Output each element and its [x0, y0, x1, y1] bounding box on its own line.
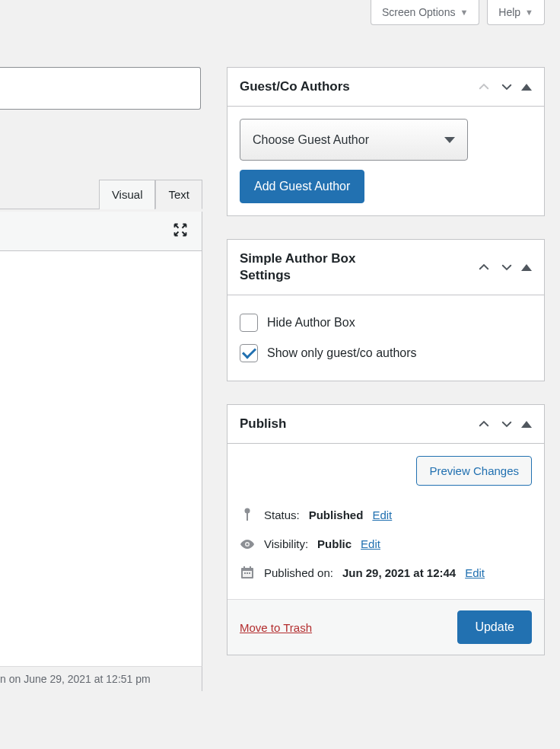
status-value: Published	[309, 508, 364, 521]
svg-rect-10	[249, 572, 250, 574]
help-label: Help	[498, 6, 520, 18]
metabox-title: Guest/Co Authors	[240, 78, 350, 95]
svg-point-0	[245, 508, 250, 514]
eye-icon	[240, 539, 255, 550]
fullscreen-icon[interactable]	[173, 222, 188, 241]
caret-down-icon: ▼	[525, 8, 533, 17]
metabox-publish: Publish Preview Changes Status: Publishe…	[227, 404, 545, 655]
hide-author-box-checkbox[interactable]	[240, 314, 258, 332]
screen-options-label: Screen Options	[382, 6, 456, 18]
published-on-value: Jun 29, 2021 at 12:44	[342, 566, 456, 579]
status-label: Status:	[264, 508, 300, 521]
preview-changes-button[interactable]: Preview Changes	[416, 456, 532, 486]
editor-body[interactable]	[0, 251, 202, 666]
metabox-title: Simple Author Box Settings	[240, 250, 407, 284]
tab-text[interactable]: Text	[155, 180, 202, 209]
calendar-icon	[240, 566, 255, 579]
caret-down-icon: ▼	[460, 8, 468, 17]
screen-options-button[interactable]: Screen Options ▼	[371, 0, 479, 25]
show-only-guests-label: Show only guest/co authors	[267, 346, 417, 360]
move-down-icon[interactable]	[498, 78, 515, 95]
edit-visibility-link[interactable]: Edit	[361, 537, 380, 550]
toggle-panel-icon[interactable]	[521, 84, 532, 91]
visibility-label: Visibility:	[264, 537, 308, 550]
published-on-label: Published on:	[264, 566, 333, 579]
hide-author-box-label: Hide Author Box	[267, 316, 355, 330]
show-only-guests-checkbox[interactable]	[240, 344, 258, 362]
move-up-icon[interactable]	[476, 259, 492, 276]
metabox-sab-settings: Simple Author Box Settings Hide Author B…	[227, 239, 545, 381]
svg-rect-7	[250, 566, 251, 569]
svg-rect-1	[247, 513, 248, 521]
tab-visual[interactable]: Visual	[99, 180, 156, 209]
metabox-guest-authors: Guest/Co Authors Choose Guest Author Add…	[227, 67, 545, 216]
svg-rect-9	[247, 572, 248, 574]
toggle-panel-icon[interactable]	[521, 421, 532, 428]
guest-author-select[interactable]: Choose Guest Author	[240, 119, 468, 161]
move-to-trash-link[interactable]: Move to Trash	[240, 621, 312, 634]
move-up-icon[interactable]	[476, 78, 492, 95]
select-placeholder: Choose Guest Author	[253, 133, 369, 147]
last-edited-text: n on June 29, 2021 at 12:51 pm	[0, 666, 202, 691]
svg-rect-8	[244, 572, 246, 574]
move-down-icon[interactable]	[498, 259, 515, 276]
metabox-title: Publish	[240, 416, 286, 432]
editor-tabs: Visual Text	[0, 179, 202, 209]
editor-toolbar	[0, 212, 202, 251]
svg-rect-6	[243, 566, 245, 569]
help-button[interactable]: Help ▼	[487, 0, 545, 25]
move-up-icon[interactable]	[476, 416, 492, 432]
caret-down-icon	[444, 137, 455, 143]
edit-date-link[interactable]: Edit	[465, 566, 485, 579]
pin-icon	[240, 507, 255, 522]
edit-status-link[interactable]: Edit	[372, 508, 392, 521]
visibility-value: Public	[317, 537, 352, 550]
toggle-panel-icon[interactable]	[521, 264, 532, 271]
move-down-icon[interactable]	[498, 416, 515, 432]
post-title-input[interactable]	[0, 67, 201, 110]
svg-point-3	[246, 543, 248, 545]
update-button[interactable]: Update	[457, 610, 532, 644]
add-guest-author-button[interactable]: Add Guest Author	[240, 170, 364, 203]
